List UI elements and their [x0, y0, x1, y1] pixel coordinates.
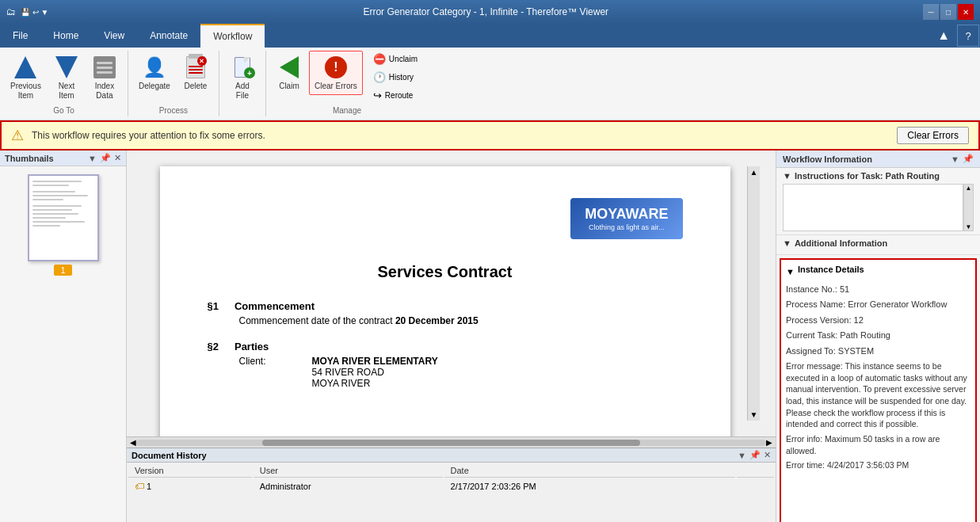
address1: 54 RIVER ROAD — [312, 367, 683, 378]
manage-group-label: Manage — [271, 105, 423, 116]
history-row-1[interactable]: 🏷 1 Administrator 2/17/2017 2:03:26 PM — [128, 479, 774, 493]
tab-home[interactable]: Home — [40, 24, 91, 48]
scroll-down-button[interactable]: ▼ — [749, 409, 760, 421]
section1-heading: Commencement — [235, 300, 315, 312]
reroute-icon: ↪ — [373, 90, 382, 101]
bottom-content: Version User Date 🏷 1 Administrator 2/17… — [127, 463, 776, 522]
client-label: Client: — [239, 356, 303, 389]
workflow-instructions-section: ▼ Instructions for Task: Path Routing ▲ … — [776, 168, 980, 235]
main-content: Thumbnails ▼ 📌 ✕ — [0, 151, 980, 522]
assigned-to-value: SYSTEM — [838, 346, 874, 356]
row1-extra — [737, 479, 774, 493]
workflow-panel-dropdown[interactable]: ▼ — [951, 154, 959, 164]
add-file-icon: + — [230, 55, 255, 80]
document-history-title: Document History — [132, 451, 207, 460]
close-button[interactable]: ✕ — [958, 4, 974, 20]
instance-arrow: ▼ — [786, 267, 795, 276]
error-info: Error info: Maximum 50 tasks in a row ar… — [786, 433, 970, 456]
maximize-button[interactable]: □ — [940, 4, 956, 20]
unclaim-label: Unclaim — [389, 55, 418, 63]
bottom-panel-pin[interactable]: 📌 — [749, 450, 761, 460]
previous-item-icon — [13, 55, 38, 80]
ribbon-group-manage: Claim ! Clear Errors ⛔ Unclaim — [266, 51, 428, 116]
process-version-label: Process Version: — [786, 315, 854, 325]
tab-annotate[interactable]: Annotate — [137, 24, 200, 48]
error-message: Error message: This instance seems to be… — [786, 360, 970, 430]
next-item-icon — [54, 55, 79, 80]
process-name-label: Process Name: — [786, 299, 848, 309]
reroute-button[interactable]: ↪ Reroute — [368, 87, 423, 104]
previous-item-button[interactable]: PreviousItem — [5, 51, 47, 105]
address2: MOYA RIVER — [312, 378, 683, 389]
manage-items: Claim ! Clear Errors ⛔ Unclaim — [271, 51, 423, 105]
process-items: 👤 Delegate — [133, 51, 214, 105]
delete-label: Delete — [184, 82, 207, 91]
delete-button[interactable]: ✕ Delete — [177, 51, 214, 95]
history-icon: 🕐 — [373, 71, 386, 83]
tab-view[interactable]: View — [91, 24, 137, 48]
scroll-up-button[interactable]: ▲ — [749, 166, 760, 178]
current-task-row: Current Task: Path Routing — [786, 330, 970, 341]
current-task-label: Current Task: — [786, 330, 840, 340]
current-task-value: Path Routing — [840, 330, 890, 340]
thumbnails-close-button[interactable]: ✕ — [114, 153, 121, 163]
error-banner-clear-button[interactable]: Clear Errors — [897, 127, 969, 144]
bottom-panel-controls: ▼ 📌 ✕ — [738, 450, 771, 460]
section1-body: Commencement date of the contract 20 Dec… — [239, 315, 683, 326]
bottom-panel-close[interactable]: ✕ — [764, 450, 771, 460]
thumbnails-pin-button[interactable]: 📌 — [100, 153, 111, 163]
hscroll-right-button[interactable]: ▶ — [766, 438, 772, 447]
error-banner: ⚠ This workflow requires your attention … — [0, 120, 980, 151]
instance-details-title: Instance Details — [798, 265, 864, 274]
document-scroll[interactable]: ▲ ▼ MOYAWARE Clothing as light as air...… — [127, 151, 776, 436]
instructions-scroll-down[interactable]: ▼ — [964, 223, 973, 231]
tab-file[interactable]: File — [0, 24, 40, 48]
clear-errors-button[interactable]: ! Clear Errors — [309, 51, 363, 95]
add-file-label: AddFile — [235, 82, 250, 101]
instructions-textarea[interactable] — [783, 184, 963, 231]
index-data-label: IndexData — [95, 82, 114, 101]
bottom-panel-dropdown[interactable]: ▼ — [738, 450, 746, 460]
delegate-label: Delegate — [139, 82, 170, 91]
collapse-ribbon-button[interactable]: ▲ — [931, 24, 956, 48]
bottom-panel: Document History ▼ 📌 ✕ Version User Date — [127, 448, 776, 522]
row1-version: 1 — [147, 482, 151, 491]
next-item-button[interactable]: NextItem — [48, 51, 85, 105]
hscroll-track[interactable] — [136, 440, 766, 446]
thumbnail-page-1[interactable]: 1 — [28, 174, 99, 276]
previous-item-label: PreviousItem — [10, 82, 41, 101]
doc-title: Services Contract — [208, 263, 683, 281]
instance-no-row: Instance No.: 51 — [786, 284, 970, 295]
delegate-button[interactable]: 👤 Delegate — [133, 51, 176, 95]
instructions-arrow: ▼ — [783, 171, 791, 181]
ribbon-group-goto: PreviousItem NextItem — [0, 51, 128, 116]
center-column: ▲ ▼ MOYAWARE Clothing as light as air...… — [127, 151, 776, 522]
hscroll-left-button[interactable]: ◀ — [130, 438, 136, 447]
workflow-panel-title: Workflow Information — [783, 154, 872, 164]
window-controls: ─ □ ✕ — [923, 4, 974, 20]
history-button[interactable]: 🕐 History — [368, 69, 423, 86]
tab-workflow[interactable]: Workflow — [200, 24, 265, 48]
thumbnails-title: Thumbnails — [5, 154, 54, 163]
delete-icon: ✕ — [183, 55, 208, 80]
unclaim-button[interactable]: ⛔ Unclaim — [368, 51, 423, 67]
thumbnail-image-1 — [28, 174, 99, 261]
process-version-value: 12 — [854, 315, 864, 325]
history-table-area: Version User Date 🏷 1 Administrator 2/17… — [127, 463, 776, 522]
error-banner-text: This workflow requires your attention to… — [32, 130, 889, 141]
help-button[interactable]: ? — [957, 25, 979, 47]
thumbnails-dropdown-button[interactable]: ▼ — [88, 153, 97, 163]
col-user: User — [254, 464, 443, 478]
logo-brand: MOYAWARE — [585, 206, 668, 223]
claim-button[interactable]: Claim — [271, 51, 307, 95]
process-version-row: Process Version: 12 — [786, 314, 970, 326]
client-info: Client: MOYA RIVER ELEMENTARY 54 RIVER R… — [239, 356, 683, 389]
workflow-additional-section: ▼ Additional Information — [776, 235, 980, 255]
workflow-panel-pin[interactable]: 📌 — [963, 154, 974, 164]
add-file-button[interactable]: + AddFile — [224, 51, 261, 105]
minimize-button[interactable]: ─ — [923, 4, 939, 20]
process-name-row: Process Name: Error Generator Workflow — [786, 299, 970, 311]
index-data-button[interactable]: IndexData — [86, 51, 123, 105]
instructions-scroll-up[interactable]: ▲ — [964, 185, 973, 192]
instructions-label: Instructions for Task: Path Routing — [795, 171, 940, 181]
